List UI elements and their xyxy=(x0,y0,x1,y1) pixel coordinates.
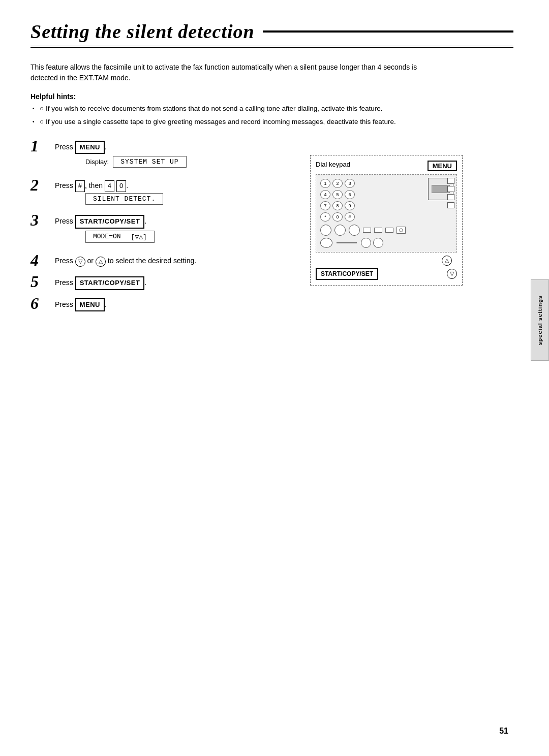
key-0[interactable]: 0 xyxy=(116,180,126,192)
mode-text: MODE=ON xyxy=(93,233,121,240)
title-decoration xyxy=(263,30,513,33)
step-4-text: Press ▽ or △ to select the desired setti… xyxy=(55,255,295,267)
intro-text: This feature allows the facsimile unit t… xyxy=(30,62,427,83)
step-6-text: Press MENU. xyxy=(55,298,295,312)
step-num-6: 6 xyxy=(30,295,55,311)
step-6-content: Press MENU. xyxy=(55,297,295,312)
key-3: 3 xyxy=(345,179,355,188)
menu-button-6[interactable]: MENU xyxy=(75,298,105,312)
keypad-body: 1 2 3 4 5 6 7 8 xyxy=(316,174,457,253)
step-num-4: 4 xyxy=(30,252,55,268)
diagram-start-button[interactable]: START/COPY/SET xyxy=(316,268,378,280)
diagram-bottom-row: ⬡ xyxy=(320,225,452,236)
step-5: 5 Press START/COPY/SET. xyxy=(30,275,295,290)
step-1-text: Press MENU. xyxy=(55,141,295,154)
steps-area: 1 Press MENU. Display: SYSTEM SET UP 2 P xyxy=(30,140,513,319)
step-5-content: Press START/COPY/SET. xyxy=(55,275,295,290)
step-1-content: Press MENU. Display: SYSTEM SET UP xyxy=(55,140,295,172)
right-btn-4 xyxy=(447,202,454,208)
keypad-row-4: * 0 # xyxy=(320,212,452,222)
step-num-3: 3 xyxy=(30,212,55,228)
triangle-up-area: △ xyxy=(316,256,457,266)
step-2-content: Press #, then 4 0. SILENT DETECT. xyxy=(55,179,295,207)
speaker-icon xyxy=(320,238,332,248)
diagram-btn-a xyxy=(320,225,331,236)
round-btn-1 xyxy=(361,238,371,248)
diagram-top: Dial keypad MENU xyxy=(316,161,457,171)
key-0-d: 0 xyxy=(332,212,343,222)
hints-section: Helpful hints: ○ If you wish to receive … xyxy=(30,92,513,128)
dial-label: Dial keypad xyxy=(316,161,350,168)
step-num-1: 1 xyxy=(30,138,55,154)
start-button-3[interactable]: START/COPY/SET xyxy=(75,215,145,229)
display-label-1: Display: xyxy=(85,158,109,166)
step-1-display: Display: SYSTEM SET UP xyxy=(85,156,295,168)
key-7: 7 xyxy=(320,201,330,210)
hints-title: Helpful hints: xyxy=(30,92,513,101)
step-num-2: 2 xyxy=(30,177,55,193)
step-3: 3 Press START/COPY/SET. MODE=ON [▽△] xyxy=(30,214,295,247)
fax-diagram: Dial keypad MENU 1 2 3 4 xyxy=(310,155,463,286)
key-9: 9 xyxy=(345,201,355,210)
page: Setting the silent detection This featur… xyxy=(0,0,549,756)
hint-bullet-1: ○ xyxy=(40,105,44,112)
key-5: 5 xyxy=(332,190,343,199)
key-hash-d: # xyxy=(345,212,355,222)
diagram-triangle-down: ▽ xyxy=(447,269,457,279)
step-4-content: Press ▽ or △ to select the desired setti… xyxy=(55,254,295,267)
page-number: 51 xyxy=(499,727,508,736)
display-value-2: SILENT DETECT. xyxy=(85,193,163,205)
key-6: 6 xyxy=(345,190,355,199)
step-2: 2 Press #, then 4 0. SILENT DETECT. xyxy=(30,179,295,207)
keypad-row-3: 7 8 9 xyxy=(320,201,452,210)
key-1: 1 xyxy=(320,179,330,188)
steps-right: Dial keypad MENU 1 2 3 4 xyxy=(310,140,473,319)
key-4[interactable]: 4 xyxy=(105,180,114,192)
mode-value: MODE=ON [▽△] xyxy=(85,231,155,243)
start-button-5[interactable]: START/COPY/SET xyxy=(75,276,145,290)
menu-button-1[interactable]: MENU xyxy=(75,141,105,154)
arrow-down-button[interactable]: ▽ xyxy=(75,257,85,267)
mode-arrows: [▽△] xyxy=(131,233,147,241)
key-2: 2 xyxy=(332,179,343,188)
title-text: Setting the silent detection xyxy=(30,20,255,43)
step-5-text: Press START/COPY/SET. xyxy=(55,276,295,290)
step-num-5: 5 xyxy=(30,273,55,290)
diagram-btn-c xyxy=(349,225,360,236)
step-1: 1 Press MENU. Display: SYSTEM SET UP xyxy=(30,140,295,172)
arrow-up-button[interactable]: △ xyxy=(96,257,106,267)
right-btn-1 xyxy=(447,178,454,184)
right-btn-2 xyxy=(447,186,454,192)
hint-item-2: ○ If you use a single cassette tape to g… xyxy=(30,117,513,127)
step-4: 4 Press ▽ or △ to select the desired set… xyxy=(30,254,295,268)
side-tab-text: special settings xyxy=(537,295,543,345)
diagram-icon: ⬡ xyxy=(396,227,406,234)
hint-item-1: ○ If you wish to receive documents from … xyxy=(30,104,513,114)
hint-bullet-2: ○ xyxy=(40,118,44,125)
diagram-triangle-up: △ xyxy=(442,256,452,266)
dash-btn-1 xyxy=(363,228,371,233)
page-title: Setting the silent detection xyxy=(30,20,513,48)
diagram-menu-label: MENU xyxy=(428,161,457,171)
hash-button[interactable]: # xyxy=(75,180,85,192)
right-buttons xyxy=(447,178,454,208)
right-btn-3 xyxy=(447,194,454,200)
key-8: 8 xyxy=(332,201,343,210)
key-star: * xyxy=(320,212,330,222)
connector xyxy=(337,242,357,243)
diagram-bottom-row2 xyxy=(320,238,452,248)
dash-btn-3 xyxy=(385,228,393,233)
diagram-footer: START/COPY/SET ▽ xyxy=(316,268,457,280)
dash-btn-2 xyxy=(374,228,382,233)
diagram-btn-b xyxy=(334,225,346,236)
round-btns xyxy=(361,238,383,248)
step-2-text: Press #, then 4 0. xyxy=(55,180,295,192)
display-value-1: SYSTEM SET UP xyxy=(113,156,186,168)
step-6: 6 Press MENU. xyxy=(30,297,295,312)
step-3-content: Press START/COPY/SET. MODE=ON [▽△] xyxy=(55,214,295,247)
round-btn-2 xyxy=(373,238,383,248)
step-3-mode: MODE=ON [▽△] xyxy=(85,231,295,243)
side-tab: special settings xyxy=(531,279,549,361)
key-4-d: 4 xyxy=(320,190,330,199)
keypad-area: 1 2 3 4 5 6 7 8 xyxy=(316,174,457,253)
